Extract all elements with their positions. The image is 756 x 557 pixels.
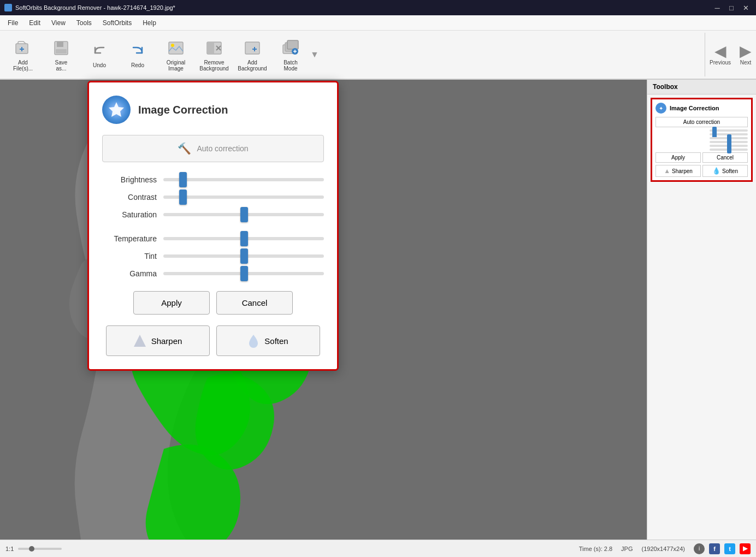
menu-bar: File Edit View Tools SoftOrbits Help <box>0 15 756 31</box>
status-bar: 1:1 Time (s): 2.8 JPG (1920x1477x24) i f… <box>0 540 756 557</box>
tint-slider[interactable] <box>163 254 324 258</box>
batch-mode-button[interactable]: BatchMode <box>272 33 309 76</box>
original-image-icon <box>166 38 186 58</box>
toolbar-more[interactable]: ▼ <box>310 50 319 60</box>
svg-rect-12 <box>245 42 259 54</box>
temperature-slider[interactable] <box>163 237 324 240</box>
menu-tools[interactable]: Tools <box>71 17 97 29</box>
toolbox-gamma-slider[interactable] <box>710 149 748 151</box>
toolbox-section-title: Image Correction <box>670 105 719 111</box>
add-background-icon <box>243 38 262 58</box>
sharpen-icon: ▲ <box>664 167 670 175</box>
twitter-icon[interactable]: t <box>724 543 735 554</box>
toolbox-cancel-button[interactable]: Cancel <box>702 152 748 163</box>
add-background-button[interactable]: AddBackground <box>234 33 271 76</box>
next-label: Next <box>740 60 752 66</box>
sharpen-triangle-icon <box>134 334 146 348</box>
gamma-thumb[interactable] <box>240 266 248 281</box>
dialog-sharpen-button[interactable]: Sharpen <box>106 325 210 356</box>
redo-label: Redo <box>131 62 144 68</box>
toolbox-correction-icon: ✦ <box>655 103 666 114</box>
save-as-button[interactable]: Saveas... <box>43 33 80 76</box>
save-as-label: Saveas... <box>55 60 68 72</box>
saturation-thumb[interactable] <box>240 207 248 222</box>
contrast-slider[interactable] <box>163 195 324 199</box>
maximize-button[interactable]: □ <box>725 2 737 14</box>
toolbox-saturation-row <box>655 137 748 139</box>
menu-file[interactable]: File <box>2 17 23 29</box>
tint-row: Tint <box>102 252 324 260</box>
toolbox-image-correction-section: ✦ Image Correction Auto correction <box>651 98 753 182</box>
original-image-button[interactable]: OriginalImage <box>157 33 194 76</box>
svg-marker-23 <box>134 335 146 347</box>
contrast-label: Contrast <box>102 193 157 202</box>
temperature-thumb[interactable] <box>240 231 248 246</box>
dialog-effect-buttons: Sharpen Soften <box>102 325 324 356</box>
add-files-button[interactable]: AddFile(s)... <box>4 33 42 76</box>
toolbox-action-buttons: Apply Cancel <box>655 152 748 163</box>
redo-icon <box>128 41 147 61</box>
toolbox-tint-row <box>655 145 748 147</box>
undo-icon <box>90 41 109 61</box>
toolbox-title: Toolbox <box>647 80 756 94</box>
original-image-label: OriginalImage <box>167 60 185 72</box>
save-as-icon <box>51 38 71 58</box>
close-button[interactable]: ✕ <box>740 2 752 14</box>
add-files-icon <box>13 38 33 58</box>
remove-background-button[interactable]: RemoveBackground <box>196 33 233 76</box>
batch-mode-label: BatchMode <box>284 60 298 72</box>
gamma-row: Gamma <box>102 269 324 278</box>
toolbox-effect-buttons: ▲ Sharpen 💧 Soften <box>655 165 748 177</box>
svg-rect-17 <box>287 40 298 49</box>
toolbox-soften-button[interactable]: 💧 Soften <box>702 165 748 177</box>
zoom-thumb[interactable] <box>29 546 34 552</box>
svg-rect-9 <box>207 42 214 54</box>
previous-arrow-icon: ◀ <box>714 44 727 59</box>
previous-button[interactable]: ◀ Previous <box>710 44 731 66</box>
menu-edit[interactable]: Edit <box>23 17 46 29</box>
contrast-thumb[interactable] <box>179 189 187 205</box>
menu-help[interactable]: Help <box>137 17 162 29</box>
minimize-button[interactable]: ─ <box>711 2 723 14</box>
format-badge: JPG <box>621 546 633 552</box>
toolbox-auto-correction-button[interactable]: Auto correction <box>655 117 748 127</box>
toolbox-section-header: ✦ Image Correction <box>655 103 748 114</box>
brightness-slider[interactable] <box>163 178 324 181</box>
status-right: Time (s): 2.8 JPG (1920x1477x24) i f t ▶ <box>579 543 751 554</box>
menu-softorbits[interactable]: SoftOrbits <box>97 17 137 29</box>
image-correction-dialog[interactable]: Image Correction 🔨 Auto correction Brigh… <box>87 81 339 371</box>
dialog-cancel-button[interactable]: Cancel <box>216 291 293 315</box>
previous-label: Previous <box>710 60 731 66</box>
zoom-slider[interactable] <box>18 548 62 550</box>
info-icon[interactable]: i <box>694 543 705 554</box>
gamma-slider[interactable] <box>163 272 324 275</box>
toolbox-apply-button[interactable]: Apply <box>655 152 701 163</box>
remove-background-label: RemoveBackground <box>199 60 228 72</box>
toolbox-sharpen-button[interactable]: ▲ Sharpen <box>655 165 701 177</box>
dialog-title: Image Correction <box>138 104 228 116</box>
dialog-apply-button[interactable]: Apply <box>133 291 210 315</box>
saturation-slider[interactable] <box>163 213 324 216</box>
dialog-soften-button[interactable]: Soften <box>216 325 320 356</box>
toolbox-content: ✦ Image Correction Auto correction <box>647 94 756 187</box>
window-controls[interactable]: ─ □ ✕ <box>711 2 752 14</box>
soften-drop-icon <box>248 334 259 348</box>
redo-button[interactable]: Redo <box>119 33 156 76</box>
dialog-header: Image Correction <box>102 96 324 124</box>
tint-thumb[interactable] <box>240 248 248 264</box>
auto-correction-button[interactable]: 🔨 Auto correction <box>102 135 324 162</box>
toolbox-gamma-row <box>655 149 748 151</box>
next-arrow-icon: ▶ <box>740 44 752 59</box>
time-value: 2.8 <box>604 546 612 552</box>
undo-button[interactable]: Undo <box>81 33 118 76</box>
next-button[interactable]: ▶ Next <box>740 44 752 66</box>
menu-view[interactable]: View <box>46 17 71 29</box>
facebook-icon[interactable]: f <box>709 543 720 554</box>
brightness-thumb[interactable] <box>179 172 187 187</box>
toolbox-temperature-row <box>655 141 748 143</box>
remove-background-icon <box>204 38 224 58</box>
toolbox-gamma-thumb[interactable] <box>727 146 731 153</box>
youtube-icon[interactable]: ▶ <box>740 543 751 554</box>
gamma-label: Gamma <box>102 269 157 278</box>
add-files-label: AddFile(s)... <box>13 60 33 72</box>
